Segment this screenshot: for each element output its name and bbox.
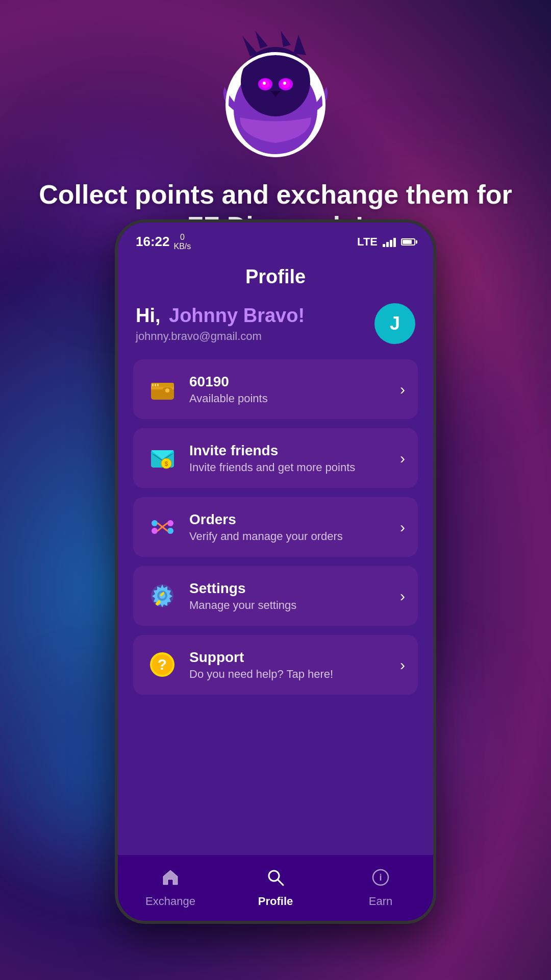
screen-content: Profile Hi, Johnny Bravo! johnny.bravo@g…	[118, 256, 433, 854]
user-email: johnny.bravo@gmail.com	[136, 330, 374, 343]
greeting-line: Hi, Johnny Bravo!	[136, 305, 374, 327]
menu-item-points[interactable]: 60190 Available points ›	[133, 359, 418, 419]
greeting-hi: Hi,	[136, 305, 161, 326]
chevron-icon-points: ›	[400, 381, 405, 398]
phone-frame: 16:22 0 KB/s LTE Pr	[115, 219, 436, 924]
profile-greeting: Hi, Johnny Bravo! johnny.bravo@gmail.com	[136, 305, 374, 343]
envelope-icon: $	[146, 442, 179, 475]
user-name: Johnny Bravo!	[169, 305, 305, 326]
svg-rect-21	[157, 384, 159, 386]
menu-subtitle-points: Available points	[189, 392, 390, 405]
menu-subtitle-support: Do you need help? Tap here!	[189, 668, 390, 681]
svg-point-18	[165, 388, 169, 393]
home-icon	[161, 868, 180, 891]
nav-item-profile[interactable]: Profile	[223, 855, 328, 921]
svg-point-12	[283, 82, 286, 85]
svg-point-28	[152, 528, 158, 534]
svg-rect-20	[155, 384, 156, 386]
menu-item-orders[interactable]: Orders Verify and manage your orders ›	[133, 497, 418, 557]
info-icon: i	[371, 868, 390, 891]
menu-title-support: Support	[189, 649, 390, 666]
status-right: LTE	[357, 235, 415, 249]
chevron-icon-invite: ›	[400, 450, 405, 467]
menu-list: 60190 Available points ›	[133, 359, 418, 695]
phone-screen: 16:22 0 KB/s LTE Pr	[118, 223, 433, 921]
status-time: 16:22	[136, 234, 170, 250]
svg-point-2	[241, 47, 310, 116]
nav-item-earn[interactable]: i Earn	[328, 855, 433, 921]
menu-text-points: 60190 Available points	[189, 374, 390, 405]
svg-rect-19	[152, 384, 154, 386]
menu-text-orders: Orders Verify and manage your orders	[189, 511, 390, 543]
menu-title-orders: Orders	[189, 511, 390, 528]
svg-marker-4	[255, 31, 268, 48]
svg-rect-16	[151, 383, 174, 387]
lte-label: LTE	[357, 235, 378, 249]
status-left: 16:22 0 KB/s	[136, 233, 191, 251]
menu-subtitle-settings: Manage your settings	[189, 599, 390, 612]
chevron-icon-settings: ›	[400, 587, 405, 605]
menu-text-invite: Invite friends Invite friends and get mo…	[189, 443, 390, 474]
bottom-nav: Exchange Profile i Earn	[118, 854, 433, 921]
menu-title-settings: Settings	[189, 580, 390, 597]
menu-subtitle-orders: Verify and manage your orders	[189, 530, 390, 543]
menu-subtitle-invite: Invite friends and get more points	[189, 461, 390, 474]
menu-item-support[interactable]: ? Support Do you need help? Tap here! ›	[133, 635, 418, 695]
profile-header: Hi, Johnny Bravo! johnny.bravo@gmail.com…	[133, 303, 418, 344]
nav-label-exchange: Exchange	[145, 895, 195, 908]
svg-marker-5	[281, 31, 291, 47]
wallet-icon	[146, 373, 179, 406]
svg-line-39	[278, 879, 283, 885]
avatar: J	[374, 303, 415, 344]
signal-icon	[383, 237, 396, 247]
nav-item-exchange[interactable]: Exchange	[118, 855, 223, 921]
battery-icon	[401, 238, 415, 246]
svg-text:i: i	[379, 872, 382, 883]
menu-text-support: Support Do you need help? Tap here!	[189, 649, 390, 681]
menu-text-settings: Settings Manage your settings	[189, 580, 390, 612]
svg-marker-3	[242, 36, 258, 56]
menu-item-invite[interactable]: $ Invite friends Invite friends and get …	[133, 428, 418, 488]
nav-label-profile: Profile	[258, 895, 293, 908]
menu-title-invite: Invite friends	[189, 443, 390, 459]
page-title: Profile	[133, 256, 418, 303]
menu-title-points: 60190	[189, 374, 390, 390]
mascot-image	[204, 31, 347, 163]
settings-icon	[146, 579, 179, 612]
orders-icon	[146, 510, 179, 544]
svg-point-27	[152, 520, 158, 526]
svg-text:$: $	[165, 460, 168, 468]
status-bar: 16:22 0 KB/s LTE	[118, 223, 433, 256]
svg-marker-6	[293, 35, 306, 55]
support-icon: ?	[146, 648, 179, 681]
nav-label-earn: Earn	[369, 895, 392, 908]
menu-item-settings[interactable]: Settings Manage your settings ›	[133, 566, 418, 626]
chevron-icon-support: ›	[400, 656, 405, 674]
svg-point-30	[167, 528, 173, 534]
search-icon	[266, 868, 285, 891]
svg-point-29	[167, 520, 173, 526]
status-data: 0 KB/s	[174, 233, 191, 251]
svg-point-11	[263, 82, 266, 85]
chevron-icon-orders: ›	[400, 519, 405, 536]
svg-text:?: ?	[158, 656, 167, 673]
